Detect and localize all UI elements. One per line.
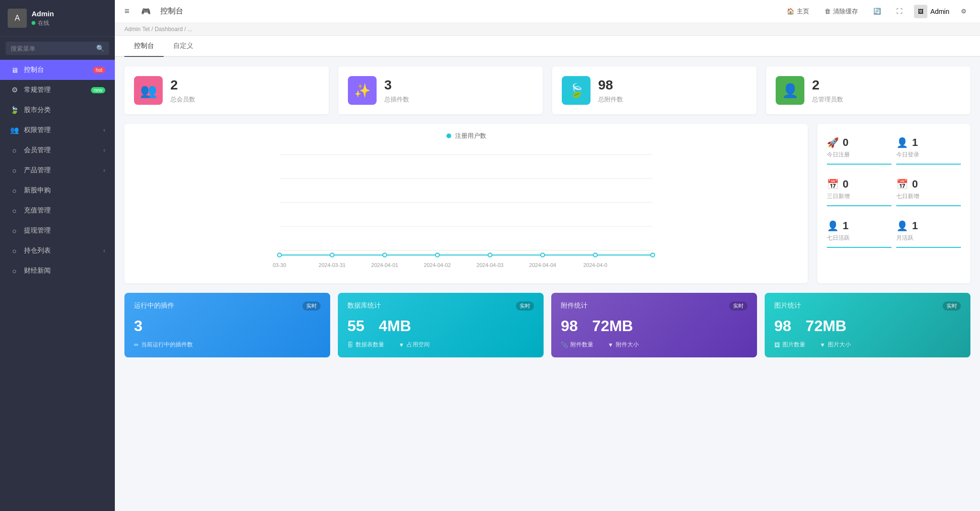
image-num1: 98 (774, 317, 791, 335)
home-label: 主页 (797, 7, 809, 16)
sidebar-item-ipo[interactable]: ○ 新股申购 (0, 180, 115, 200)
chevron-right-icon: ‹ (103, 147, 105, 154)
plugins-number: 3 (384, 77, 409, 93)
attachment-label1: 附件数量 (570, 341, 593, 349)
size-icon: ▼ (608, 342, 613, 348)
img-size-icon: ▼ (820, 342, 825, 348)
circle-icon: ○ (10, 167, 19, 175)
attachment-num1: 98 (561, 317, 578, 335)
seven-day-active-label: 七日活跃 (827, 234, 891, 242)
topbar-avatar: 🖼 (914, 5, 927, 18)
topbar-user-area[interactable]: 🖼 Admin (914, 5, 949, 18)
rocket-icon: 🚀 (827, 137, 839, 148)
tab-custom[interactable]: 自定义 (164, 36, 203, 57)
seven-day-num: 0 (912, 178, 918, 190)
members-label: 总会员数 (170, 95, 195, 104)
stat-card-members: 👥 2 总会员数 (124, 67, 329, 114)
chart-dot-icon (446, 133, 451, 138)
database-label1: 数据表数量 (356, 341, 384, 349)
svg-point-12 (651, 253, 655, 257)
today-login-num: 1 (912, 136, 918, 149)
members-number: 2 (170, 77, 195, 93)
status-dot-icon (32, 21, 35, 25)
three-day-num: 0 (843, 178, 848, 190)
user-stat-seven-day: 📅 0 七日新增 (896, 173, 961, 206)
chevron-right-icon: ‹ (103, 247, 105, 254)
user-stat-three-day: 📅 0 三日新增 (827, 173, 891, 206)
seven-day-label: 七日新增 (896, 192, 961, 200)
topbar-title: 控制台 (160, 6, 183, 16)
svg-point-9 (488, 253, 492, 257)
svg-point-6 (330, 253, 334, 257)
person-active-icon: 👤 (827, 220, 839, 232)
tab-dashboard[interactable]: 控制台 (124, 36, 164, 57)
gear-icon: ⚙ (961, 8, 967, 15)
sidebar-item-permission[interactable]: 👥 权限管理 ‹ (0, 120, 115, 140)
chevron-right-icon: ‹ (103, 127, 105, 133)
topbar-title-icon: 🎮 (141, 7, 151, 16)
database-num2: 4MB (379, 317, 412, 335)
sidebar-item-holdings[interactable]: ○ 持仓列表 ‹ (0, 241, 115, 261)
home-button[interactable]: 🏠 主页 (783, 5, 813, 18)
attachments-icon: 🍃 (562, 76, 590, 105)
svg-text:2024-04-0: 2024-04-0 (583, 262, 607, 268)
circle-icon: ○ (10, 227, 19, 235)
chart-section: 注册用户数 (124, 124, 808, 283)
sidebar-item-general[interactable]: ⚙ 常规管理 new (0, 80, 115, 100)
members-icon: 👥 (134, 76, 163, 105)
sidebar-item-news[interactable]: ○ 财经新闻 (0, 261, 115, 281)
user-stat-monthly-active: 👤 1 月活跃 (896, 215, 961, 248)
menu-icon[interactable]: ≡ (124, 6, 130, 16)
calendar-plus-icon: 📅 (896, 178, 908, 190)
circle-icon: ○ (10, 207, 19, 215)
three-day-label: 三日新增 (827, 192, 891, 200)
circle-icon: ○ (10, 146, 19, 155)
bottom-card-attachment: 附件统计 实时 98 72MB 📎 附件数量 ▼ 附件大小 (551, 293, 757, 357)
user-stat-today-login: 👤 1 今日登录 (896, 132, 961, 165)
sidebar-item-recharge[interactable]: ○ 充值管理 (0, 200, 115, 221)
database-icon: 🗄 (347, 342, 353, 348)
admins-label: 总管理员数 (812, 95, 843, 104)
person-month-icon: 👤 (896, 220, 908, 232)
clear-cache-button[interactable]: 🗑 清除缓存 (821, 5, 862, 18)
chevron-right-icon: ‹ (103, 167, 105, 174)
refresh-button[interactable]: 🔄 (869, 6, 885, 17)
calendar-icon: 📅 (827, 178, 839, 190)
attachment-title: 附件统计 (561, 301, 588, 310)
database-title: 数据库统计 (347, 301, 381, 310)
chart-title: 注册用户数 (455, 132, 486, 140)
admins-icon: 👤 (776, 76, 804, 105)
filter-icon: ▼ (399, 342, 404, 348)
settings-button[interactable]: ⚙ (957, 6, 970, 17)
gear-icon: ⚙ (10, 86, 19, 94)
search-input[interactable] (11, 45, 96, 52)
image-title: 图片统计 (774, 301, 801, 310)
image-badge: 实时 (943, 301, 961, 311)
svg-point-10 (541, 253, 545, 257)
svg-text:03-30: 03-30 (273, 262, 286, 268)
topbar-username: Admin (930, 8, 949, 15)
running-plugins-label: 当前运行中的插件数 (141, 341, 193, 349)
fullscreen-button[interactable]: ⛶ (892, 6, 906, 17)
tabs-bar: 控制台 自定义 (115, 36, 980, 57)
sidebar: A Admin 在线 🔍 🖥 控制台 hot ⚙ 常规管理 new 🍃 股市分 (0, 0, 115, 511)
svg-point-5 (278, 253, 281, 257)
sidebar-item-label: 财经新闻 (24, 267, 105, 275)
sidebar-item-withdraw[interactable]: ○ 提现管理 (0, 221, 115, 241)
pencil-icon: ✏ (134, 342, 139, 348)
sidebar-item-label: 常规管理 (24, 86, 91, 94)
running-plugins-num: 3 (134, 317, 143, 335)
sidebar-item-dashboard[interactable]: 🖥 控制台 hot (0, 60, 115, 80)
sidebar-item-product[interactable]: ○ 产品管理 ‹ (0, 160, 115, 180)
today-register-num: 0 (843, 136, 848, 149)
attachments-label: 总附件数 (598, 95, 623, 104)
users-icon: 👥 (10, 126, 19, 134)
sidebar-item-label: 权限管理 (24, 126, 103, 134)
search-icon: 🔍 (96, 44, 104, 52)
image-num2: 72MB (806, 317, 846, 335)
sidebar-item-stock-category[interactable]: 🍃 股市分类 (0, 100, 115, 120)
sidebar-item-label: 充值管理 (24, 206, 105, 215)
home-icon: 🏠 (787, 8, 794, 15)
sidebar-item-member[interactable]: ○ 会员管理 ‹ (0, 140, 115, 160)
svg-point-7 (383, 253, 387, 257)
